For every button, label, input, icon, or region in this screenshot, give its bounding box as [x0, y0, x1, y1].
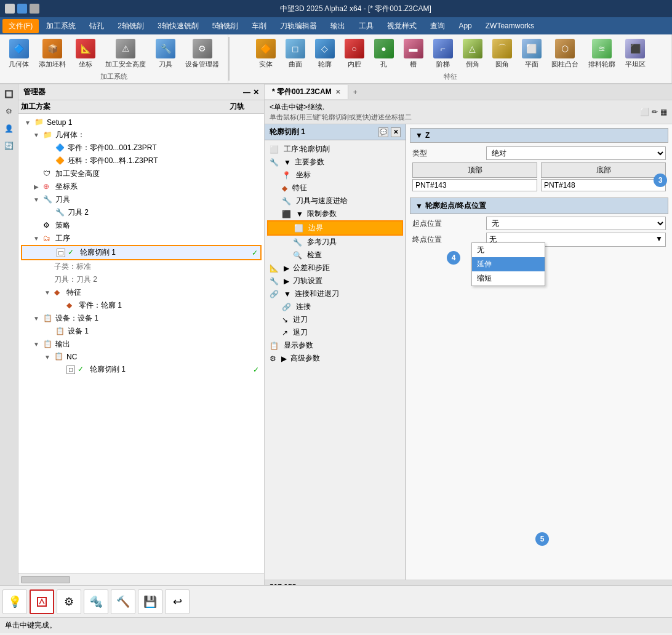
side-icon-4[interactable]: 🔄	[2, 138, 17, 153]
btn-coord[interactable]: 📐 坐标	[72, 37, 99, 71]
contour-collapse-icon[interactable]: ▼	[415, 202, 423, 210]
btn-chamfer[interactable]: △ 倒角	[459, 37, 486, 71]
dlg-item-process[interactable]: ⬜ 工序:轮廓切削	[267, 143, 403, 156]
dialog-close-icon[interactable]: ✕	[391, 127, 401, 137]
tree-tool2[interactable]: 🔧 刀具 2	[21, 206, 262, 219]
bt-btn-undo[interactable]: ↩	[165, 589, 190, 614]
expand-tools[interactable]: ▼	[32, 196, 41, 204]
dlg-expand-linkentry[interactable]: ▼	[284, 290, 291, 298]
bottom-btn[interactable]: 底部	[541, 162, 666, 178]
btn-cavity[interactable]: ○ 内腔	[341, 37, 368, 71]
menu-turning[interactable]: 车削	[246, 19, 273, 33]
dlg-expand-advanced[interactable]: ▶	[281, 354, 287, 363]
checkbox-op1[interactable]: □	[57, 249, 65, 257]
btn-plane[interactable]: ⬜ 平面	[518, 37, 545, 71]
dropdown-item-shorten[interactable]: 缩短	[472, 271, 545, 286]
z-section-collapse-icon[interactable]: ▼	[415, 131, 423, 140]
dlg-item-toolpathsetting[interactable]: 🔧 ▶ 刀轨设置	[267, 274, 403, 287]
side-icon-1[interactable]: 🔲	[2, 87, 17, 102]
side-icon-2[interactable]: ⚙	[2, 104, 17, 119]
expand-ops[interactable]: ▼	[32, 234, 41, 243]
icon1[interactable]	[5, 4, 15, 14]
expand-geometry[interactable]: ▼	[32, 131, 41, 140]
dlg-expand-limits[interactable]: ▼	[296, 210, 303, 218]
dlg-item-toolspeed[interactable]: 🔧 刀具与速度进给	[267, 194, 403, 207]
tree-output[interactable]: ▼ 📋 输出	[21, 338, 262, 351]
btn-cylinder[interactable]: ⬡ 圆柱凸台	[548, 37, 582, 71]
tree-coordsys[interactable]: ▶ ⊕ 坐标系	[21, 180, 262, 193]
side-icon-3[interactable]: 👤	[2, 121, 17, 136]
menu-output[interactable]: 输出	[324, 19, 351, 33]
contour-section-header[interactable]: ▼ 轮廓起点/终点位置	[410, 198, 668, 214]
hint-icon3[interactable]: ▦	[660, 108, 667, 116]
icon2[interactable]	[17, 4, 27, 14]
tree-feature[interactable]: ▼ ◆ 特征	[21, 286, 262, 299]
menu-toolpath[interactable]: 刀轨编辑器	[274, 19, 323, 33]
expand-feature[interactable]: ▼	[43, 289, 52, 297]
tree-strategy[interactable]: ⚙ 策略	[21, 219, 262, 232]
tree-stock[interactable]: 🔶 坯料：零件00...料.1.Z3PRT	[21, 154, 262, 167]
menu-teamworks[interactable]: ZWTeamworks	[479, 20, 540, 32]
icon3[interactable]	[30, 4, 39, 14]
dlg-item-feature[interactable]: ◆ 特征	[267, 182, 403, 194]
z-section-header[interactable]: ▼ Z	[410, 128, 668, 143]
tree-safeheight[interactable]: 🛡 加工安全高度	[21, 167, 262, 180]
top-input[interactable]	[412, 179, 537, 191]
manager-scroll[interactable]	[18, 573, 264, 585]
menu-3axis[interactable]: 3轴快速铣削	[151, 19, 205, 33]
hint-icon2[interactable]: ✏	[652, 108, 658, 116]
expand-safeheight[interactable]	[32, 170, 41, 178]
dlg-item-boundary[interactable]: ⬜ 边界	[267, 220, 403, 236]
dlg-item-tolerance[interactable]: 📐 ▶ 公差和步距	[267, 262, 403, 274]
dlg-expand-toolpathsetting[interactable]: ▶	[284, 277, 289, 286]
tree-device1[interactable]: 📋 设备 1	[21, 325, 262, 338]
expand-nc[interactable]: ▼	[43, 353, 52, 361]
btn-safeheight[interactable]: ⚠ 加工安全高度	[102, 37, 150, 71]
tree-tools[interactable]: ▼ 🔧 刀具	[21, 193, 262, 206]
menu-query[interactable]: 查询	[424, 19, 451, 33]
dlg-item-entry[interactable]: ↘ 进刀	[267, 313, 403, 326]
btn-flatarea[interactable]: ⬛ 平坦区	[622, 37, 649, 71]
tab-close-icon[interactable]: ✕	[335, 89, 340, 95]
expand-output[interactable]: ▼	[32, 340, 41, 349]
bt-btn-light[interactable]: 💡	[2, 589, 27, 614]
menu-drill[interactable]: 钻孔	[83, 19, 110, 33]
dlg-expand-mainparams[interactable]: ▼	[284, 158, 291, 167]
menu-file[interactable]: 文件(F)	[2, 19, 39, 33]
tree-part[interactable]: 🔷 零件：零件00...001.Z3PRT	[21, 142, 262, 154]
dialog-chat-icon[interactable]: 💬	[378, 127, 388, 137]
tree-geometry[interactable]: ▼ 📁 几何体：	[21, 129, 262, 142]
bt-btn-wrench[interactable]: 🔨	[111, 589, 135, 614]
btn-solid[interactable]: 🔶 实体	[252, 37, 279, 71]
menu-2axis[interactable]: 2轴铣削	[111, 19, 150, 33]
tree-nc[interactable]: ▼ 📋 NC	[21, 351, 262, 363]
tab-active[interactable]: * 零件001.Z3CAM ✕	[265, 85, 348, 99]
btn-slot[interactable]: ▬ 槽	[400, 37, 427, 71]
dlg-item-mainparams[interactable]: 🔧 ▼ 主要参数	[267, 156, 403, 169]
btn-contour[interactable]: ◇ 轮廓	[311, 37, 338, 71]
btn-sortingcontour[interactable]: ≋ 排料轮廓	[585, 37, 619, 71]
hint-icon1[interactable]: ⬜	[640, 108, 649, 116]
tree-setup1[interactable]: ▼ 📁 Setup 1	[21, 116, 262, 129]
startpos-select[interactable]: 无	[486, 217, 666, 230]
dlg-item-advanced[interactable]: ⚙ ▶ 高级参数	[267, 352, 403, 365]
btn-addstock[interactable]: 📦 添加坯料	[35, 37, 70, 71]
expand-strategy[interactable]	[32, 222, 41, 230]
dlg-item-display[interactable]: 📋 显示参数	[267, 339, 403, 352]
scrollbar-thumb[interactable]	[21, 576, 70, 583]
dlg-item-link[interactable]: 🔗 连接	[267, 300, 403, 313]
dlg-item-reftool[interactable]: 🔧 参考刀具	[267, 236, 403, 249]
bt-btn-save[interactable]: 💾	[138, 589, 162, 614]
dropdown-item-none[interactable]: 无	[472, 243, 545, 257]
dlg-item-limits[interactable]: ⬛ ▼ 限制参数 2	[267, 207, 403, 220]
tree-nc-op1[interactable]: □ ✓ 轮廓切削 1 ✓	[21, 363, 262, 376]
bt-btn-gear[interactable]: ⚙	[57, 589, 81, 614]
btn-tool[interactable]: 🔧 刀具	[152, 37, 179, 71]
menu-tools[interactable]: 工具	[353, 19, 380, 33]
bt-btn-connector[interactable]: 🔩	[84, 589, 108, 614]
btn-hole[interactable]: ● 孔	[370, 37, 398, 71]
type-select[interactable]: 绝对	[486, 146, 666, 160]
tree-ops[interactable]: ▼ 🗂 工序	[21, 232, 262, 245]
btn-fillet[interactable]: ⌒ 圆角	[489, 37, 516, 71]
dlg-item-check[interactable]: 🔍 检查	[267, 249, 403, 262]
